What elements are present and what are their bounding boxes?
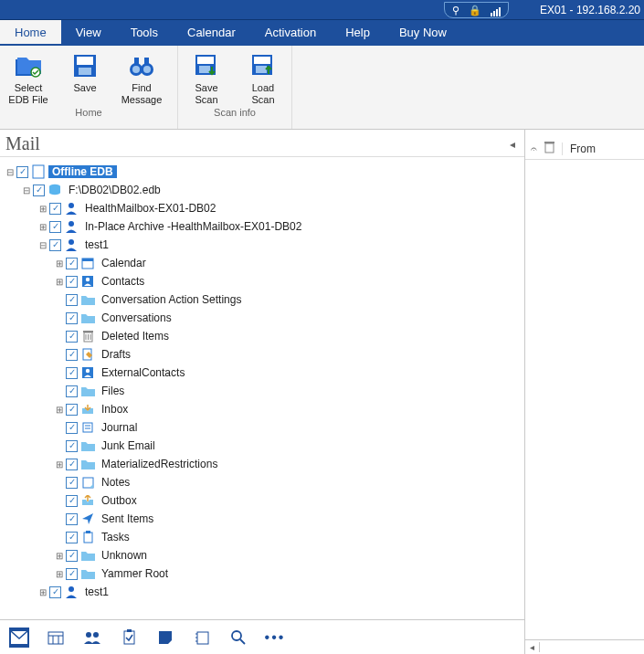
tree-folder-materialized[interactable]: ⊞ MaterializedRestrictions [4, 455, 521, 473]
nav-tasks-icon[interactable] [119, 628, 139, 648]
nav-notes-icon[interactable] [155, 628, 175, 648]
tree-folder-unknown[interactable]: ⊞ Unknown [4, 546, 521, 564]
tree-folder-files[interactable]: Files [4, 382, 521, 400]
folder-icon [80, 438, 95, 453]
expander-icon[interactable]: ⊟ [20, 185, 33, 195]
expander-icon[interactable]: ⊞ [53, 277, 66, 287]
checkbox[interactable] [66, 532, 78, 543]
expander-icon[interactable]: ⊞ [53, 551, 66, 561]
svg-rect-48 [124, 631, 134, 644]
tree-folder-contacts[interactable]: ⊞ Contacts [4, 272, 521, 290]
mailbox-tree[interactable]: ⊟ Offline EDB ⊟ F:\DB02\DB02.edb ⊞ Healt… [0, 157, 524, 619]
expander-icon[interactable]: ⊞ [37, 587, 49, 597]
tree-folder-deleted[interactable]: Deleted Items [4, 327, 521, 345]
nav-journal-icon[interactable] [192, 628, 212, 648]
tree-folder-notes[interactable]: Notes [4, 473, 521, 491]
find-message-button[interactable]: Find Message [113, 49, 170, 106]
tree-label: Calendar [98, 257, 150, 269]
tab-calendar[interactable]: Calendar [173, 20, 250, 44]
contacts-icon [80, 365, 95, 380]
tree-mailbox-test1-2[interactable]: ⊞ test1 [4, 583, 521, 601]
checkbox[interactable] [49, 239, 61, 251]
nav-people-icon[interactable] [82, 628, 102, 648]
from-column-header[interactable]: From [562, 142, 596, 155]
tree-mailbox-archive[interactable]: ⊞ In-Place Archive -HealthMailbox-EX01-D… [4, 217, 521, 236]
checkbox[interactable] [33, 185, 45, 196]
tab-tools[interactable]: Tools [116, 20, 173, 44]
titlebar-status-icons: ⚲ 🔒 [444, 2, 509, 18]
svg-rect-3 [79, 68, 91, 75]
expander-icon[interactable]: ⊟ [37, 240, 49, 250]
expander-icon[interactable]: ⊞ [53, 569, 66, 579]
checkbox[interactable] [66, 294, 78, 306]
expander-icon[interactable]: ⊟ [4, 167, 16, 177]
tree-folder-journal[interactable]: Journal [4, 418, 521, 437]
expander-icon[interactable]: ⊞ [53, 405, 66, 415]
load-scan-button[interactable]: Load Scan [235, 49, 291, 106]
select-edb-button[interactable]: Select EDB File [0, 49, 57, 106]
person-icon [64, 585, 79, 599]
tree-folder-external-contacts[interactable]: ExternalContacts [4, 364, 521, 382]
checkbox[interactable] [49, 221, 61, 233]
tab-buy-now[interactable]: Buy Now [385, 20, 461, 44]
delete-column-icon[interactable] [544, 142, 554, 156]
checkbox[interactable] [66, 422, 78, 434]
expander-icon[interactable]: ⊞ [53, 459, 66, 469]
mail-pane-title: Mail [5, 133, 40, 154]
tree-root-offline-edb[interactable]: ⊟ Offline EDB [4, 163, 521, 181]
checkbox[interactable] [49, 203, 61, 215]
tree-folder-sent[interactable]: Sent Items [4, 510, 521, 528]
checkbox[interactable] [66, 276, 78, 288]
save-scan-button[interactable]: Save Scan [178, 49, 235, 106]
tree-folder-junk[interactable]: Junk Email [4, 437, 521, 455]
tree-folder-yammer[interactable]: ⊞ Yammer Root [4, 564, 521, 583]
checkbox[interactable] [66, 349, 78, 361]
expander-icon[interactable]: ⊞ [37, 204, 49, 214]
tab-view[interactable]: View [61, 20, 116, 44]
tree-label: MaterializedRestrictions [98, 458, 221, 470]
tree-folder-inbox[interactable]: ⊞ Inbox [4, 400, 521, 418]
tab-home[interactable]: Home [0, 20, 61, 44]
checkbox[interactable] [66, 477, 78, 489]
tree-folder-drafts[interactable]: Drafts [4, 345, 521, 364]
tree-mailbox-test1[interactable]: ⊟ test1 [4, 236, 521, 254]
checkbox[interactable] [49, 586, 61, 598]
scroll-left-icon[interactable]: ◂ [525, 642, 540, 652]
tree-mailbox-health[interactable]: ⊞ HealthMailbox-EX01-DB02 [4, 199, 521, 217]
checkbox[interactable] [66, 568, 78, 580]
horizontal-scrollbar[interactable]: ◂ [525, 639, 644, 654]
checkbox[interactable] [66, 404, 78, 416]
message-list-header: 𝄐 From [525, 138, 644, 160]
nav-search-icon[interactable] [228, 628, 248, 648]
tree-folder-tasks[interactable]: Tasks [4, 528, 521, 546]
tab-activation[interactable]: Activation [250, 20, 331, 44]
checkbox[interactable] [66, 331, 78, 343]
checkbox[interactable] [66, 312, 78, 324]
expander-icon[interactable]: ⊞ [37, 222, 49, 232]
checkbox[interactable] [66, 367, 78, 379]
nav-mail-icon[interactable] [9, 628, 29, 648]
nav-more-icon[interactable]: ••• [265, 628, 285, 648]
tab-help[interactable]: Help [331, 20, 385, 44]
tree-folder-calendar[interactable]: ⊞ Calendar [4, 254, 521, 272]
checkbox[interactable] [66, 440, 78, 452]
tree-database[interactable]: ⊟ F:\DB02\DB02.edb [4, 181, 521, 199]
checkbox[interactable] [66, 258, 78, 269]
checkbox[interactable] [66, 385, 78, 397]
checkbox[interactable] [66, 513, 78, 525]
tree-folder-conversations[interactable]: Conversations [4, 309, 521, 327]
checkbox[interactable] [66, 459, 78, 470]
load-scan-icon [248, 51, 278, 80]
tree-folder-conv-settings[interactable]: Conversation Action Settings [4, 290, 521, 309]
message-list[interactable] [525, 160, 644, 639]
attachment-column-icon[interactable]: 𝄐 [531, 142, 537, 155]
expander-icon[interactable]: ⊞ [53, 258, 66, 269]
checkbox[interactable] [66, 550, 78, 562]
tree-folder-outbox[interactable]: Outbox [4, 491, 521, 510]
checkbox[interactable] [66, 495, 78, 507]
checkbox[interactable] [16, 166, 28, 178]
svg-rect-16 [33, 165, 44, 178]
collapse-left-icon[interactable]: ◂ [506, 138, 519, 151]
save-button[interactable]: Save [57, 49, 113, 106]
nav-calendar-icon[interactable] [46, 628, 66, 648]
